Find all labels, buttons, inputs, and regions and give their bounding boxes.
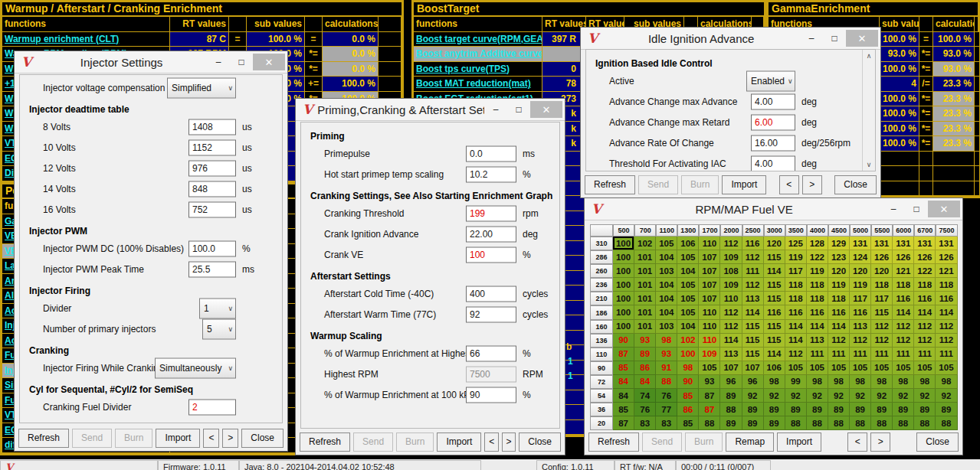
calculation-cell[interactable]: 23.3 % [933, 122, 975, 137]
ve-cell[interactable]: 101 [634, 250, 656, 264]
sub-value-cell[interactable] [880, 181, 919, 197]
ve-cell[interactable]: 116 [785, 305, 807, 319]
ve-cell[interactable]: 125 [785, 237, 807, 250]
ve-cell[interactable]: 93 [699, 375, 720, 389]
ve-cell[interactable]: 96 [742, 375, 764, 389]
ve-cell[interactable]: 113 [807, 334, 828, 348]
ve-cell[interactable]: 112 [936, 334, 957, 348]
ve-cell[interactable]: 121 [893, 264, 914, 278]
ve-cell[interactable]: 89 [720, 416, 742, 430]
ve-cell[interactable]: 104 [677, 264, 699, 278]
ve-cell[interactable]: 131 [936, 237, 957, 250]
ve-cell[interactable]: 112 [893, 320, 914, 334]
prev-button[interactable]: < [779, 175, 799, 194]
ve-cell[interactable]: 105 [677, 250, 699, 264]
remap-button[interactable]: Remap [726, 432, 774, 452]
ve-cell[interactable]: 89 [634, 348, 656, 361]
calculation-cell[interactable]: 23.3 % [933, 136, 975, 152]
ve-cell[interactable]: 114 [720, 334, 742, 348]
refresh-button[interactable]: Refresh [585, 175, 635, 194]
ve-cell[interactable]: 116 [807, 305, 828, 319]
ve-map-bin-header[interactable]: 72 [590, 375, 613, 389]
ve-cell[interactable]: 120 [871, 264, 893, 278]
ve-cell[interactable]: 111 [850, 348, 871, 361]
ve-cell[interactable]: 89 [742, 416, 764, 430]
ve-cell[interactable]: 118 [871, 278, 893, 292]
function-link[interactable]: Boost target curve(RPM,GEAR) [414, 32, 542, 47]
ve-cell[interactable]: 115 [764, 334, 785, 348]
ve-cell[interactable]: 92 [828, 389, 850, 403]
ve-cell[interactable]: 117 [785, 264, 807, 278]
import-button[interactable]: Import [722, 175, 766, 194]
ve-cell[interactable]: 89 [871, 403, 893, 416]
ve-cell[interactable]: 98 [871, 375, 893, 389]
ve-cell[interactable]: 116 [936, 292, 957, 305]
ve-cell[interactable]: 104 [656, 292, 677, 305]
ve-rpm-bin-header[interactable]: 5500 [871, 224, 893, 237]
sub-value-cell[interactable]: 100.0 % [247, 32, 305, 47]
ve-cell[interactable]: 107 [699, 264, 720, 278]
calculation-cell[interactable]: 0.0 % [323, 32, 379, 47]
ve-cell[interactable]: 92 [785, 389, 807, 403]
ve-cell[interactable]: 88 [699, 416, 720, 430]
ve-cell[interactable]: 111 [871, 348, 893, 361]
ve-cell[interactable]: 86 [677, 403, 699, 416]
ve-cell[interactable]: 109 [699, 348, 720, 361]
maximize-icon[interactable]: □ [230, 54, 253, 70]
ve-cell[interactable]: 89 [936, 403, 957, 416]
ve-cell[interactable]: 119 [807, 264, 828, 278]
close-button[interactable]: Close [916, 432, 959, 452]
ve-cell[interactable]: 89 [807, 403, 828, 416]
ve-cell[interactable]: 111 [828, 348, 850, 361]
ve-cell[interactable]: 92 [936, 389, 957, 403]
ve-cell[interactable]: 85 [677, 416, 699, 430]
field-input-advance-rate-of-change[interactable] [751, 135, 795, 151]
ve-cell[interactable]: 98 [893, 375, 914, 389]
ve-cell[interactable]: 131 [850, 237, 871, 250]
import-button[interactable]: Import [437, 432, 481, 452]
ve-rpm-bin-header[interactable]: 2500 [742, 224, 764, 237]
close-icon[interactable]: ✕ [928, 201, 960, 217]
field-select-injector-voltage-compensation-strategy[interactable]: Simplified∨ [167, 77, 236, 98]
ve-cell[interactable]: 107 [699, 250, 720, 264]
ve-cell[interactable]: 109 [720, 278, 742, 292]
ve-map-bin-header[interactable]: 186 [590, 305, 613, 319]
calculation-cell[interactable]: 93.0 % [933, 62, 975, 77]
field-select-number-of-primary-injectors[interactable]: 5∨ [202, 318, 236, 339]
ve-rpm-bin-header[interactable]: 500 [613, 224, 634, 237]
next-button[interactable]: > [222, 429, 238, 448]
ve-rpm-bin-header[interactable]: 7500 [936, 224, 957, 237]
field-select-injector-firing-while-cranking[interactable]: Simultaneously∨ [155, 357, 236, 378]
ve-cell[interactable]: 112 [850, 334, 871, 348]
ve-cell[interactable]: 92 [914, 389, 936, 403]
minimize-icon[interactable]: – [484, 101, 507, 118]
ve-cell[interactable]: 118 [807, 278, 828, 292]
ve-rpm-bin-header[interactable]: 4000 [807, 224, 828, 237]
ve-cell[interactable]: 112 [871, 320, 893, 334]
ve-map-bin-header[interactable]: 110 [590, 348, 613, 361]
ve-cell[interactable]: 91 [656, 361, 677, 375]
ve-cell[interactable]: 90 [613, 334, 634, 348]
priming-titlebar[interactable]: V Priming,Cranking & Afterstart Set... –… [296, 99, 565, 121]
sub-value-cell[interactable]: 100.0 % [880, 32, 919, 47]
maximize-icon[interactable]: □ [905, 201, 928, 217]
minimize-icon[interactable]: – [800, 30, 823, 47]
close-button[interactable]: Close [519, 432, 561, 452]
ve-cell[interactable]: 100 [613, 250, 634, 264]
ve-cell[interactable]: 104 [656, 250, 677, 264]
ve-cell[interactable]: 101 [634, 292, 656, 305]
idle-titlebar[interactable]: V Idle Ignition Advance – □ ✕ [581, 28, 880, 50]
field-input-advance-change-max-advance[interactable] [751, 93, 795, 109]
import-button[interactable]: Import [156, 429, 200, 448]
ve-cell[interactable]: 122 [807, 250, 828, 264]
close-button[interactable]: Close [834, 175, 877, 194]
calculation-cell[interactable]: 0.0 % [323, 47, 379, 62]
ve-cell[interactable]: 88 [807, 416, 828, 430]
field-input-8-volts[interactable] [188, 119, 236, 135]
ve-cell[interactable]: 112 [914, 320, 936, 334]
ve-cell[interactable]: 114 [893, 305, 914, 319]
sub-value-cell[interactable]: 100.0 % [880, 62, 919, 77]
ve-map-bin-header[interactable]: 54 [590, 389, 613, 403]
ve-cell[interactable]: 89 [742, 403, 764, 416]
ve-cell[interactable]: 92 [893, 389, 914, 403]
